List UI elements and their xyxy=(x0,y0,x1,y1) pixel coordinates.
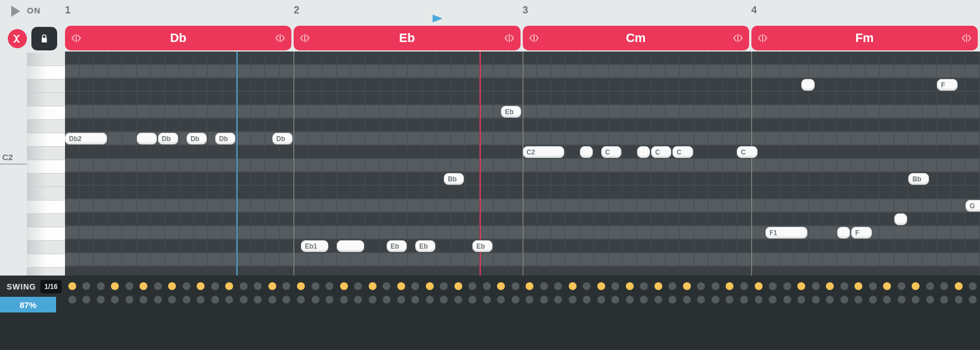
swing-step[interactable] xyxy=(440,296,448,304)
note[interactable]: Eb xyxy=(472,240,493,252)
swing-step[interactable] xyxy=(697,282,705,290)
swing-step[interactable] xyxy=(869,296,877,304)
swing-step[interactable] xyxy=(369,296,377,304)
swing-step[interactable] xyxy=(383,296,391,304)
swing-step[interactable] xyxy=(369,282,377,290)
swing-step[interactable] xyxy=(940,296,948,304)
swing-step[interactable] xyxy=(240,296,248,304)
swing-step[interactable] xyxy=(611,296,619,304)
note[interactable]: Bb xyxy=(444,173,464,185)
note[interactable]: Bb xyxy=(908,173,928,185)
swing-step[interactable] xyxy=(912,296,919,304)
swing-step[interactable] xyxy=(854,296,862,304)
swing-step[interactable] xyxy=(540,282,548,290)
swing-step[interactable] xyxy=(740,296,748,304)
resize-handle-icon[interactable] xyxy=(732,32,744,44)
swing-step[interactable] xyxy=(97,296,105,304)
swing-step[interactable] xyxy=(826,296,834,304)
note[interactable] xyxy=(837,227,851,239)
swing-step[interactable] xyxy=(854,282,862,290)
swing-step[interactable] xyxy=(898,296,905,304)
swing-step[interactable] xyxy=(783,296,791,304)
swing-step[interactable] xyxy=(840,282,848,290)
piano-key[interactable] xyxy=(27,53,65,66)
swing-step[interactable] xyxy=(554,282,562,290)
swing-step[interactable] xyxy=(969,296,977,304)
note[interactable]: F xyxy=(937,79,957,91)
swing-step[interactable] xyxy=(82,296,90,304)
swing-step[interactable] xyxy=(440,282,448,290)
swing-step[interactable] xyxy=(769,282,777,290)
piano-key[interactable] xyxy=(27,241,65,254)
piano-key[interactable] xyxy=(27,254,65,268)
swing-step[interactable] xyxy=(712,282,719,290)
swing-step[interactable] xyxy=(354,296,362,304)
swing-step[interactable] xyxy=(68,296,76,304)
swing-step[interactable] xyxy=(540,296,548,304)
swing-step[interactable] xyxy=(211,282,219,290)
note[interactable]: F1 xyxy=(765,227,807,239)
piano-roll-grid[interactable]: Db2DbDbDbDbEbC2CCCCBbEb1EbEbEbF1FBbFG xyxy=(65,52,980,276)
swing-step[interactable] xyxy=(411,282,419,290)
swing-step[interactable] xyxy=(755,282,763,290)
note[interactable] xyxy=(337,240,364,252)
swing-step[interactable] xyxy=(526,296,533,304)
swing-step[interactable] xyxy=(454,296,462,304)
swing-row-1[interactable] xyxy=(65,281,980,292)
swing-step[interactable] xyxy=(225,296,233,304)
swing-step[interactable] xyxy=(111,296,119,304)
playhead-icon[interactable] xyxy=(433,15,443,25)
piano-key[interactable] xyxy=(27,80,65,93)
swing-step[interactable] xyxy=(569,296,577,304)
swing-step[interactable] xyxy=(140,296,147,304)
swing-step[interactable] xyxy=(926,296,934,304)
swing-step[interactable] xyxy=(955,296,963,304)
swing-step[interactable] xyxy=(611,282,619,290)
swing-step[interactable] xyxy=(712,296,719,304)
swing-step[interactable] xyxy=(640,282,648,290)
swing-step[interactable] xyxy=(297,296,305,304)
note[interactable]: G xyxy=(965,200,980,212)
swing-step[interactable] xyxy=(926,282,934,290)
swing-step[interactable] xyxy=(154,296,162,304)
bar-ruler[interactable]: 1234 xyxy=(65,0,980,22)
swing-step[interactable] xyxy=(197,282,205,290)
swing-step[interactable] xyxy=(140,282,147,290)
note[interactable]: Eb xyxy=(415,240,435,252)
swing-step[interactable] xyxy=(626,296,634,304)
swing-step[interactable] xyxy=(940,282,948,290)
swing-step[interactable] xyxy=(297,282,305,290)
note[interactable] xyxy=(637,146,651,158)
swing-step[interactable] xyxy=(583,282,591,290)
swing-step[interactable] xyxy=(526,282,533,290)
piano-key[interactable] xyxy=(27,106,65,120)
swing-step[interactable] xyxy=(183,282,191,290)
swing-step[interactable] xyxy=(340,296,348,304)
swing-step[interactable] xyxy=(68,282,76,290)
piano-key[interactable] xyxy=(27,174,65,187)
chord-block[interactable]: Eb xyxy=(294,26,520,50)
note[interactable]: C xyxy=(601,146,621,158)
play-button[interactable] xyxy=(11,6,20,17)
swing-step[interactable] xyxy=(312,296,319,304)
piano-key[interactable] xyxy=(27,93,65,106)
resize-handle-icon[interactable] xyxy=(504,32,515,44)
resize-handle-icon[interactable] xyxy=(275,32,286,44)
swing-step[interactable] xyxy=(168,296,176,304)
swing-step[interactable] xyxy=(654,282,662,290)
swing-step[interactable] xyxy=(497,296,505,304)
piano-key[interactable] xyxy=(27,160,65,174)
swing-step[interactable] xyxy=(397,296,405,304)
swing-step[interactable] xyxy=(454,282,462,290)
piano-key[interactable] xyxy=(27,227,65,241)
swing-step[interactable] xyxy=(969,282,977,290)
resize-handle-icon[interactable] xyxy=(528,32,540,44)
piano-key[interactable] xyxy=(27,147,65,160)
swing-step[interactable] xyxy=(683,282,691,290)
swing-step[interactable] xyxy=(869,282,877,290)
swing-step[interactable] xyxy=(726,296,733,304)
swing-step[interactable] xyxy=(797,282,805,290)
swing-step[interactable] xyxy=(154,282,162,290)
piano-key[interactable] xyxy=(27,187,65,200)
swing-step[interactable] xyxy=(554,296,562,304)
